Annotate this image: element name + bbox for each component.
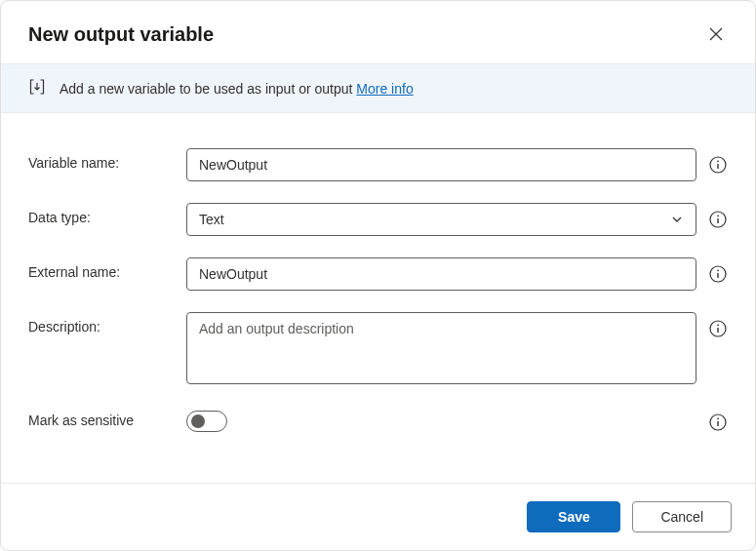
variable-name-label: Variable name: xyxy=(28,148,186,171)
data-type-value: Text xyxy=(199,212,224,227)
cancel-button[interactable]: Cancel xyxy=(632,501,732,532)
svg-point-5 xyxy=(717,269,719,271)
description-info-button[interactable] xyxy=(708,319,728,338)
mark-sensitive-toggle[interactable] xyxy=(186,411,227,432)
chevron-down-icon xyxy=(670,213,684,226)
banner-text: Add a new variable to be used as input o… xyxy=(60,81,414,97)
new-output-variable-dialog: New output variable Add a new variable t… xyxy=(0,0,756,551)
data-type-label: Data type: xyxy=(28,203,186,225)
data-type-select[interactable]: Text xyxy=(186,203,696,236)
variable-name-info-button[interactable] xyxy=(708,155,728,175)
external-name-row: External name: xyxy=(28,257,728,291)
close-button[interactable] xyxy=(700,19,732,50)
close-icon xyxy=(709,27,723,41)
external-name-label: External name: xyxy=(28,257,186,280)
svg-point-9 xyxy=(717,417,719,419)
description-label: Description: xyxy=(28,312,186,335)
variable-name-row: Variable name: xyxy=(28,148,728,181)
dialog-title: New output variable xyxy=(28,23,214,46)
bracket-down-icon xyxy=(28,78,46,98)
info-banner: Add a new variable to be used as input o… xyxy=(1,63,755,113)
mark-sensitive-info-button[interactable] xyxy=(708,413,728,432)
variable-name-input[interactable] xyxy=(186,148,696,181)
mark-sensitive-label: Mark as sensitive xyxy=(28,406,186,428)
dialog-footer: Save Cancel xyxy=(1,483,755,550)
toggle-knob xyxy=(191,414,205,428)
external-name-info-button[interactable] xyxy=(708,264,728,284)
description-row: Description: xyxy=(28,312,728,384)
form-body: Variable name: Data type: Text E xyxy=(1,113,755,483)
info-icon xyxy=(709,265,727,283)
description-textarea[interactable] xyxy=(186,312,696,384)
info-icon xyxy=(709,156,727,174)
data-type-row: Data type: Text xyxy=(28,203,728,236)
dialog-header: New output variable xyxy=(1,1,755,63)
info-icon xyxy=(709,320,727,337)
svg-point-3 xyxy=(717,215,719,216)
mark-sensitive-row: Mark as sensitive xyxy=(28,406,728,432)
more-info-link[interactable]: More info xyxy=(356,81,413,97)
save-button[interactable]: Save xyxy=(527,501,620,532)
svg-point-7 xyxy=(717,324,719,326)
data-type-info-button[interactable] xyxy=(708,210,728,229)
info-icon xyxy=(709,211,727,228)
info-icon xyxy=(709,413,727,431)
external-name-input[interactable] xyxy=(186,257,696,291)
svg-point-1 xyxy=(717,160,719,162)
